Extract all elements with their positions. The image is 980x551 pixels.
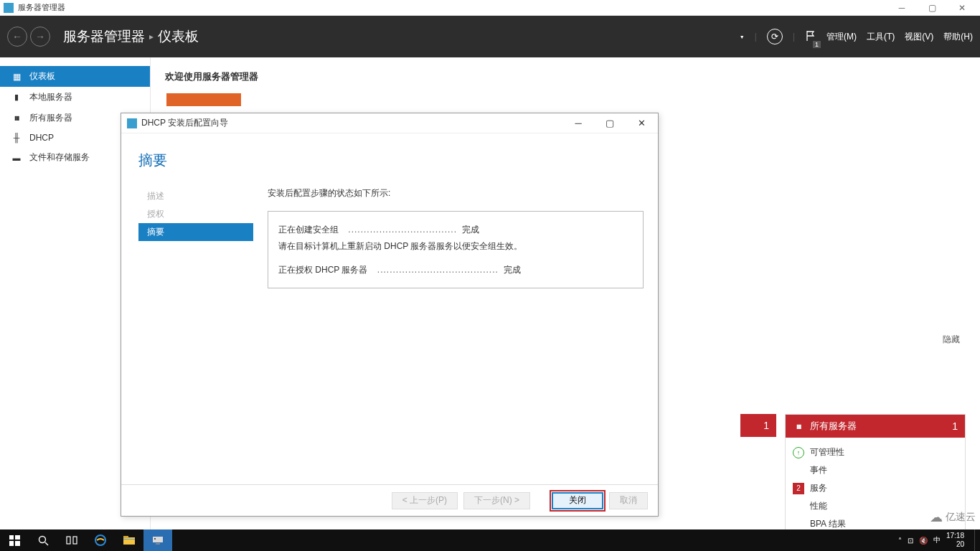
start-button[interactable] — [0, 529, 29, 551]
sidebar-item-label: 文件和存储服务 — [29, 151, 90, 164]
previous-button: < 上一步(P) — [392, 492, 458, 509]
server-icon — [11, 93, 22, 103]
tray-ime[interactable]: 中 — [933, 535, 941, 545]
refresh-button[interactable]: ⟳ — [767, 29, 783, 44]
breadcrumb-current: 仪表板 — [158, 27, 199, 46]
svg-line-5 — [45, 542, 48, 545]
sidebar-item-dashboard[interactable]: 仪表板 — [0, 66, 150, 87]
result-line: 请在目标计算机上重新启动 DHCP 服务器服务以便安全组生效。 — [278, 238, 633, 255]
sidebar-item-label: 本地服务器 — [29, 91, 72, 103]
result-line: 正在授权 DHCP 服务器 ..........................… — [278, 262, 633, 278]
chevron-right-icon: ▸ — [149, 32, 154, 42]
watermark: ☁ 亿速云 — [930, 509, 976, 525]
svg-rect-14 — [156, 543, 160, 545]
alert-badge: 2 — [793, 483, 804, 494]
notifications-flag-icon[interactable]: 1 — [805, 30, 816, 44]
tile-row-events[interactable]: 事件 — [793, 461, 958, 479]
dialog-title: DHCP 安装后配置向导 — [141, 117, 228, 129]
notification-count: 1 — [813, 41, 821, 48]
results-box: 正在创建安全组 ................................… — [268, 211, 644, 288]
svg-rect-7 — [73, 537, 77, 544]
dialog-intro: 安装后配置步骤的状态如下所示: — [268, 187, 644, 199]
dashboard-icon — [11, 72, 22, 82]
svg-point-4 — [39, 536, 45, 542]
wizard-steps: 描述 授权 摘要 — [138, 187, 253, 484]
dialog-footer: < 上一步(P) 下一步(N) > 关闭 取消 — [121, 484, 658, 516]
dialog-minimize-button[interactable]: ─ — [567, 116, 589, 131]
next-button: 下一步(N) > — [463, 492, 530, 509]
menu-manage[interactable]: 管理(M) — [826, 31, 857, 43]
tray-network-icon[interactable]: ⊡ — [908, 537, 913, 545]
tile-row-label: 性能 — [810, 500, 827, 512]
dialog-heading: 摘要 — [138, 151, 644, 170]
taskbar-server-manager-icon[interactable] — [143, 529, 172, 551]
tray-up-icon[interactable]: ˄ — [898, 537, 902, 545]
tile-row-services[interactable]: 2 服务 — [793, 479, 958, 497]
taskbar: ˄ ⊡ 🔇 中 17:18 20 — [0, 529, 980, 551]
task-view-button[interactable] — [57, 529, 86, 551]
dialog-maximize-button[interactable]: ▢ — [599, 116, 621, 131]
nav-forward-button[interactable]: → — [30, 27, 50, 47]
dhcp-wizard-dialog: DHCP 安装后配置向导 ─ ▢ ✕ 摘要 描述 授权 摘要 安装后配置步骤的状… — [121, 113, 659, 517]
tile-count: 1 — [763, 420, 769, 431]
cancel-button: 取消 — [609, 492, 648, 509]
wizard-step-authorize[interactable]: 授权 — [138, 205, 253, 223]
minimize-button[interactable]: ─ — [893, 1, 910, 14]
hide-link[interactable]: 隐藏 — [943, 334, 960, 346]
dialog-title-bar[interactable]: DHCP 安装后配置向导 ─ ▢ ✕ — [121, 113, 658, 133]
menu-tools[interactable]: 工具(T) — [867, 31, 895, 43]
maximize-button[interactable]: ▢ — [923, 1, 941, 14]
taskbar-ie-icon[interactable] — [86, 529, 115, 551]
app-icon — [4, 3, 14, 13]
tile-row-label: BPA 结果 — [810, 518, 846, 530]
tile-row-label: 事件 — [810, 464, 827, 476]
tile-count: 1 — [952, 420, 958, 432]
sidebar-item-label: 仪表板 — [29, 70, 55, 83]
menu-help[interactable]: 帮助(H) — [943, 31, 973, 43]
dhcp-icon — [11, 133, 22, 143]
welcome-heading: 欢迎使用服务器管理器 — [165, 70, 966, 83]
taskbar-explorer-icon[interactable] — [115, 529, 143, 551]
app-header: ← → 服务器管理器 ▸ 仪表板 ▼ | ⟳ | 1 管理(M) 工具(T) 视… — [0, 16, 980, 57]
breadcrumb-root[interactable]: 服务器管理器 — [63, 27, 145, 46]
all-servers-icon — [11, 113, 22, 123]
dialog-close-button[interactable]: ✕ — [631, 116, 652, 131]
tile-title: 所有服务器 — [810, 420, 857, 433]
dropdown-icon[interactable]: ▼ — [740, 34, 745, 39]
menu-view[interactable]: 视图(V) — [905, 31, 933, 43]
close-button[interactable]: ✕ — [953, 1, 971, 14]
status-up-icon: ↑ — [793, 447, 804, 458]
svg-rect-10 — [123, 536, 128, 538]
wizard-step-description[interactable]: 描述 — [138, 187, 253, 205]
dialog-icon — [127, 118, 137, 128]
separator: | — [793, 32, 795, 42]
all-servers-icon — [793, 421, 804, 431]
window-title: 服务器管理器 — [18, 2, 65, 13]
tile-row-label: 服务 — [810, 482, 827, 494]
svg-rect-2 — [9, 541, 14, 546]
tile-row-manageability[interactable]: ↑ 可管理性 — [793, 443, 958, 461]
svg-rect-6 — [67, 537, 70, 544]
tray-volume-icon[interactable]: 🔇 — [919, 537, 928, 545]
search-button[interactable] — [29, 529, 57, 551]
breadcrumb: 服务器管理器 ▸ 仪表板 — [63, 27, 199, 46]
nav-back-button[interactable]: ← — [7, 27, 27, 47]
tile-row-label: 可管理性 — [810, 446, 844, 458]
sidebar-item-label: DHCP — [29, 133, 54, 143]
result-line: 正在创建安全组 ................................… — [278, 222, 633, 238]
svg-rect-9 — [123, 537, 135, 545]
separator: | — [755, 32, 757, 42]
sidebar-item-label: 所有服务器 — [29, 112, 72, 124]
show-desktop-button[interactable] — [974, 529, 977, 551]
taskbar-clock[interactable]: 17:18 20 — [946, 532, 969, 549]
tile-header: 所有服务器 1 — [786, 415, 965, 438]
tile-header-partial: 1 — [740, 414, 776, 437]
svg-rect-11 — [123, 539, 135, 540]
wizard-step-summary[interactable]: 摘要 — [138, 223, 253, 241]
sidebar-item-local-server[interactable]: 本地服务器 — [0, 87, 150, 108]
close-wizard-button[interactable]: 关闭 — [552, 492, 603, 509]
svg-rect-3 — [15, 541, 20, 546]
svg-rect-1 — [15, 535, 20, 540]
quick-start-tile[interactable] — [166, 93, 241, 106]
svg-rect-0 — [9, 535, 14, 540]
